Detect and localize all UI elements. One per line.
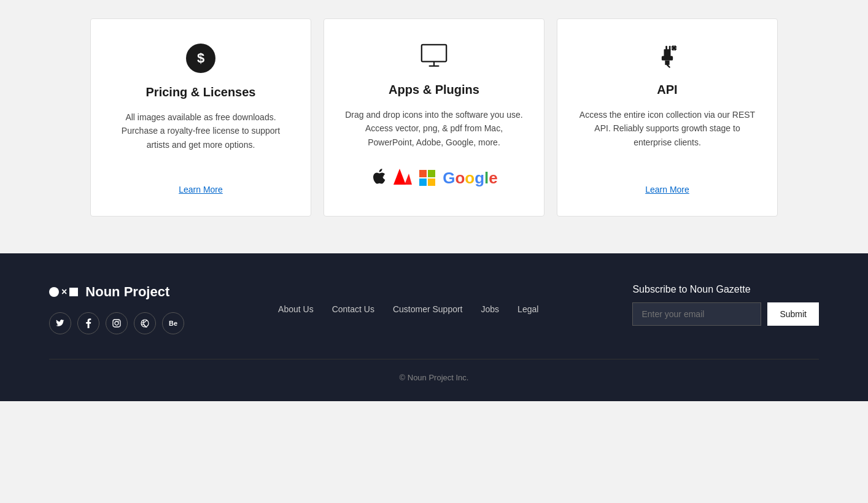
pricing-learn-more[interactable]: Learn More [179,185,223,194]
behance-icon[interactable]: Be [162,312,184,334]
footer-top: × Noun Project Be [49,284,819,334]
api-title: API [657,83,677,97]
monitor-icon [420,44,448,71]
facebook-icon[interactable] [77,312,99,334]
svg-rect-6 [662,56,673,60]
copyright-text: © Noun Project Inc. [400,373,469,382]
noun-project-logo: × Noun Project [49,284,184,300]
apps-description: Drag and drop icons into the software yo… [343,108,525,149]
submit-button[interactable]: Submit [767,302,819,326]
instagram-icon[interactable] [106,312,128,334]
api-description: Access the entire icon collection via ou… [576,108,759,172]
pricing-description: All images available as free downloads. … [109,110,292,172]
legal-link[interactable]: Legal [517,304,538,314]
email-input[interactable] [632,302,761,326]
pricing-card: $ Pricing & Licenses All images availabl… [90,18,311,217]
svg-rect-0 [422,45,446,61]
svg-marker-4 [405,174,412,185]
jobs-link[interactable]: Jobs [481,304,500,314]
footer-left: × Noun Project Be [49,284,184,334]
apps-title: Apps & Plugins [389,83,479,97]
api-learn-more[interactable]: Learn More [645,185,689,194]
dribbble-icon[interactable] [134,312,156,334]
pricing-title: Pricing & Licenses [146,85,256,99]
svg-marker-3 [393,169,406,185]
logo-square [69,288,78,296]
logo-circle [49,287,59,297]
adobe-logo [393,169,412,187]
footer-nav: About Us Contact Us Customer Support Job… [278,304,538,314]
microsoft-logo [419,170,435,186]
api-card: API Access the entire icon collection vi… [557,18,778,217]
logo-x: × [61,287,67,297]
dollar-icon: $ [186,44,215,73]
svg-point-17 [115,321,118,325]
plug-icon [654,44,681,71]
subscribe-section: Subscribe to Noun Gazette Submit [632,284,819,326]
subscribe-form: Submit [632,302,819,326]
svg-rect-9 [669,46,671,50]
about-us-link[interactable]: About Us [278,304,314,314]
logo-text: Noun Project [85,284,169,300]
footer: × Noun Project Be [0,253,868,401]
footer-bottom: © Noun Project Inc. [49,359,819,383]
customer-support-link[interactable]: Customer Support [393,304,463,314]
svg-rect-8 [665,46,667,50]
apple-logo [370,167,386,188]
logo-symbols: × [49,287,78,297]
svg-line-10 [667,65,670,67]
app-logos: Google [370,167,498,188]
svg-point-18 [118,321,120,322]
contact-us-link[interactable]: Contact Us [332,304,374,314]
google-logo: Google [443,170,498,186]
apps-card: Apps & Plugins Drag and drop icons into … [324,18,544,217]
svg-rect-16 [113,320,120,327]
twitter-icon[interactable] [49,312,71,334]
subscribe-title: Subscribe to Noun Gazette [632,284,819,295]
social-icons: Be [49,312,184,334]
cards-section: $ Pricing & Licenses All images availabl… [0,0,868,253]
